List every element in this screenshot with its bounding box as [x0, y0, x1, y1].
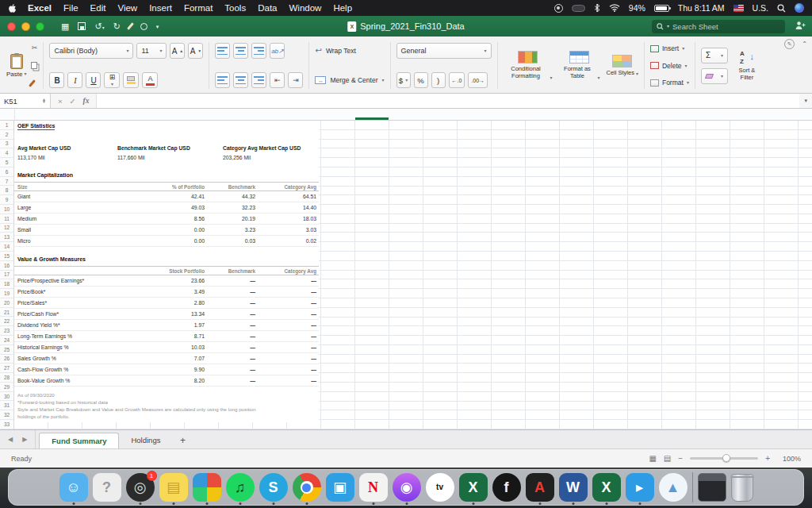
merge-center-button[interactable]: ↔ Merge & Center ▾ — [315, 71, 384, 90]
dock-f-app-icon[interactable]: f — [492, 473, 521, 502]
dock-photo-collage-icon[interactable] — [193, 473, 221, 502]
menu-window[interactable]: Window — [289, 3, 321, 13]
paste-button[interactable]: Paste▾ — [6, 54, 26, 78]
cancel-entry-icon[interactable]: × — [58, 97, 63, 106]
insert-cells-button[interactable]: Insert ▾ — [650, 42, 689, 55]
zoom-slider-knob[interactable] — [722, 454, 730, 462]
number-format-select[interactable]: General▾ — [396, 43, 492, 59]
zoom-slider[interactable] — [690, 457, 758, 460]
row-header-21[interactable]: 21 — [0, 308, 13, 318]
row-header-12[interactable]: 12 — [0, 224, 13, 233]
spotlight-search-icon[interactable] — [777, 4, 786, 13]
fill-color-button[interactable] — [123, 72, 139, 88]
share-edit-icon[interactable]: ✎ — [784, 39, 795, 49]
zoom-percent[interactable]: 100% — [777, 455, 801, 463]
currency-format-button[interactable]: $▾ — [396, 72, 411, 88]
dock-video-camera-icon[interactable]: ▸ — [626, 473, 654, 502]
row-header-24[interactable]: 24 — [0, 336, 13, 345]
row-header-15[interactable]: 15 — [0, 252, 13, 261]
menu-format[interactable]: Format — [184, 3, 213, 13]
row-header-10[interactable]: 10 — [0, 205, 13, 214]
row-header-20[interactable]: 20 — [0, 298, 13, 308]
format-as-table-button[interactable]: Format as Table▾ — [559, 51, 600, 79]
minimize-window-button[interactable] — [21, 22, 30, 31]
close-window-button[interactable] — [7, 22, 16, 31]
prev-sheet-icon[interactable]: ◀ — [8, 436, 13, 443]
dock-spotify-icon[interactable]: ♫ — [226, 473, 255, 502]
clear-button[interactable]: ▾ — [701, 68, 728, 84]
row-header-11[interactable]: 11 — [0, 214, 13, 224]
undo-icon[interactable]: ↺▾ — [94, 22, 104, 31]
copy-button[interactable] — [31, 62, 37, 69]
format-painter-button[interactable] — [29, 79, 36, 87]
decrease-indent-button[interactable]: ⇤ — [270, 72, 285, 88]
formula-input[interactable] — [96, 94, 799, 108]
sheet-tab-holdings[interactable]: Holdings — [119, 433, 172, 448]
dock-podcasts-icon[interactable]: ◉ — [393, 473, 421, 502]
menu-data[interactable]: Data — [258, 3, 277, 13]
align-right-button[interactable] — [251, 72, 266, 88]
row-header-29[interactable]: 29 — [0, 383, 13, 392]
font-color-button[interactable]: A — [142, 72, 158, 88]
shape-tool-icon[interactable] — [140, 23, 147, 30]
row-header-26[interactable]: 26 — [0, 355, 13, 364]
dock-finder-icon[interactable]: ☺ — [59, 473, 88, 502]
row-header-5[interactable]: 5 — [0, 158, 13, 167]
row-header-27[interactable]: 27 — [0, 364, 13, 373]
dock-trash-icon[interactable] — [731, 474, 753, 502]
text-orientation-button[interactable]: ab↗ — [270, 43, 285, 59]
dock-excel-icon[interactable]: X — [459, 473, 488, 502]
dock-stickies-icon[interactable]: ▤ — [159, 473, 188, 502]
dock-camera-icon[interactable]: ◎1 — [126, 473, 155, 502]
row-header-22[interactable]: 22 — [0, 317, 13, 326]
percent-format-button[interactable]: % — [414, 72, 428, 88]
font-name-select[interactable]: Calibri (Body)▾ — [49, 43, 133, 59]
input-source-label[interactable]: U.S. — [753, 3, 768, 13]
save-icon[interactable] — [78, 22, 86, 30]
menubar-clock[interactable]: Thu 8:11 AM — [678, 3, 725, 13]
toolbar-options-caret-icon[interactable]: ▾ — [156, 24, 159, 29]
format-painter-icon[interactable] — [127, 22, 134, 30]
cut-button[interactable]: ✂ — [31, 44, 37, 52]
wifi-icon[interactable] — [609, 4, 620, 12]
dock-help-icon[interactable]: ? — [93, 473, 121, 502]
conditional-formatting-button[interactable]: Conditional Formatting▾ — [504, 51, 553, 79]
sheet-tab-fund-summary[interactable]: Fund Summary — [39, 433, 119, 448]
align-center-button[interactable] — [233, 72, 248, 88]
row-header-3[interactable]: 3 — [0, 140, 13, 149]
redo-icon[interactable]: ↻ — [113, 22, 121, 31]
zoom-out-icon[interactable]: − — [678, 454, 683, 463]
collapse-ribbon-icon[interactable]: ⌃ — [802, 40, 807, 48]
confirm-entry-icon[interactable]: ✓ — [70, 97, 76, 106]
bluetooth-icon[interactable] — [594, 3, 600, 13]
dock-apple-tv-icon[interactable]: tv — [426, 473, 454, 502]
increase-indent-button[interactable]: ⇥ — [288, 72, 303, 88]
screen-mirroring-icon[interactable] — [554, 4, 563, 13]
row-header-18[interactable]: 18 — [0, 279, 13, 289]
align-bottom-button[interactable] — [251, 43, 266, 59]
italic-button[interactable]: I — [67, 72, 82, 88]
align-left-button[interactable] — [215, 72, 230, 88]
comma-format-button[interactable]: ) — [431, 72, 446, 88]
row-header-19[interactable]: 19 — [0, 289, 13, 298]
siri-icon[interactable] — [795, 3, 804, 13]
row-header-2[interactable]: 2 — [0, 130, 13, 140]
menu-tools[interactable]: Tools — [224, 3, 246, 13]
increase-font-size-button[interactable]: A▲ — [170, 43, 185, 59]
increase-decimal-button[interactable]: .00→ — [468, 72, 488, 88]
view-tiles-icon[interactable]: ▦ — [61, 22, 69, 31]
next-sheet-icon[interactable]: ▶ — [22, 436, 27, 443]
zoom-window-button[interactable] — [36, 22, 44, 31]
normal-view-icon[interactable]: ▦ — [649, 455, 656, 463]
font-size-select[interactable]: 11▾ — [136, 43, 167, 59]
bold-button[interactable]: B — [49, 72, 64, 88]
menu-edit[interactable]: Edit — [90, 3, 106, 13]
row-header-1[interactable]: 1 — [0, 121, 13, 130]
row-header-17[interactable]: 17 — [0, 271, 13, 280]
battery-icon[interactable] — [654, 5, 669, 12]
decrease-decimal-button[interactable]: ←.0 — [449, 72, 465, 88]
dock-chrome-icon[interactable] — [293, 473, 321, 502]
dock-minimized-window-icon[interactable] — [698, 473, 726, 502]
row-header-8[interactable]: 8 — [0, 186, 13, 195]
dock-netflix-icon[interactable]: N — [359, 473, 388, 502]
